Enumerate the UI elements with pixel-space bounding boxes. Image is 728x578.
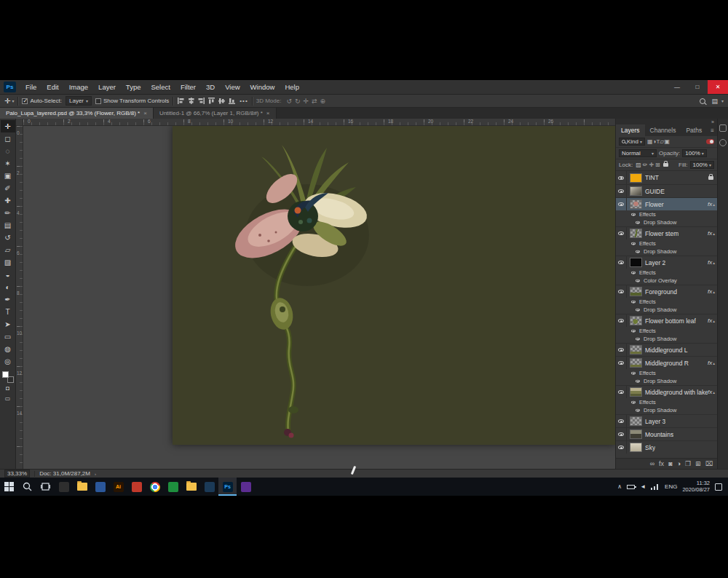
eyedropper-tool[interactable]: ✐ xyxy=(1,182,15,194)
brush-tool[interactable]: ✏ xyxy=(1,207,15,219)
effects-header-row[interactable]: Effects xyxy=(616,398,717,406)
align-left-icon[interactable] xyxy=(177,97,185,105)
task-view-button[interactable] xyxy=(36,478,55,496)
layer-thumbnail[interactable] xyxy=(630,387,642,397)
ruler-origin-corner[interactable] xyxy=(16,119,23,126)
3d-scale-icon[interactable]: ⊕ xyxy=(319,98,328,105)
close-tab-icon[interactable]: × xyxy=(143,110,147,116)
eye-icon[interactable] xyxy=(636,221,640,224)
filter-smart-objects-icon[interactable]: ▣ xyxy=(664,138,670,145)
effects-header-row[interactable]: Effects xyxy=(616,298,717,306)
blur-tool[interactable]: ◒ xyxy=(1,269,15,281)
visibility-toggle[interactable] xyxy=(616,314,627,327)
volume-icon[interactable]: ◄ xyxy=(640,483,646,490)
3d-slide-icon[interactable]: ⇄ xyxy=(310,98,319,105)
clone-stamp-tool[interactable]: ▤ xyxy=(1,219,15,231)
3d-rotate-icon[interactable]: ↺ xyxy=(285,98,293,105)
collapse-panels-icon[interactable]: » xyxy=(711,119,714,124)
effect-row-drop-shadow[interactable]: Drop Shadow xyxy=(616,377,717,385)
photoshop[interactable]: Ps xyxy=(218,478,237,496)
search-button[interactable] xyxy=(18,478,36,496)
eye-icon[interactable] xyxy=(631,272,636,274)
auto-select-target-dropdown[interactable]: Layer ▾ xyxy=(66,96,92,106)
layer-thumbnail[interactable] xyxy=(630,316,642,325)
lock-artboard-icon[interactable]: ⊞ xyxy=(654,162,661,168)
dodge-tool[interactable]: ◐ xyxy=(1,281,15,293)
visibility-toggle[interactable] xyxy=(616,171,627,184)
tab-channels[interactable]: Channels xyxy=(645,124,681,136)
panel-menu-icon[interactable]: ≡ xyxy=(711,124,717,136)
layer-row-middleground-l[interactable]: Middleground L xyxy=(616,343,717,356)
layer-style-icon[interactable]: fx xyxy=(659,460,664,467)
start-button[interactable] xyxy=(0,478,18,496)
fx-badge[interactable]: fx▴ xyxy=(708,360,717,366)
eye-icon[interactable] xyxy=(636,309,640,312)
filter-kind-dropdown[interactable]: Kind ▾ xyxy=(619,138,645,146)
search-icon[interactable] xyxy=(700,98,705,104)
layer-thumbnail[interactable] xyxy=(630,199,642,209)
3d-drag-icon[interactable]: ✛ xyxy=(301,98,310,105)
move-tool[interactable]: ✛ xyxy=(1,120,15,132)
pen-tool[interactable]: ✒ xyxy=(1,293,15,306)
foreground-color-swatch[interactable] xyxy=(2,371,9,378)
language-indicator[interactable]: ENG xyxy=(665,483,677,490)
illustrator[interactable]: Ai xyxy=(109,478,127,496)
layer-row-layer-3[interactable]: Layer 3 xyxy=(616,414,717,427)
layer-mask-icon[interactable]: ◙ xyxy=(668,460,672,467)
document-tab-palo-lupa[interactable]: Palo_Lupa_layered.psd @ 33,3% (Flower, R… xyxy=(0,108,154,119)
layer-row-flower-bottom-leaf[interactable]: Flower bottom leaffx▴ xyxy=(616,314,717,327)
visibility-toggle[interactable] xyxy=(616,441,627,454)
menu-3d[interactable]: 3D xyxy=(201,80,220,94)
menu-image[interactable]: Image xyxy=(64,80,93,94)
layer-thumbnail[interactable] xyxy=(630,416,642,426)
eye-icon[interactable] xyxy=(636,380,640,383)
visibility-toggle[interactable] xyxy=(616,227,627,239)
clock[interactable]: 11:32 2020/08/27 xyxy=(682,480,710,493)
align-bottom-icon[interactable] xyxy=(228,97,236,105)
gradient-tool[interactable]: ▨ xyxy=(1,256,15,269)
eraser-tool[interactable]: ▱ xyxy=(1,244,15,256)
network-icon[interactable] xyxy=(651,484,660,490)
vertical-ruler[interactable]: 02468101214 xyxy=(16,126,23,469)
fx-badge[interactable]: fx▴ xyxy=(708,317,717,324)
menu-file[interactable]: File xyxy=(20,80,41,94)
effects-header-row[interactable]: Effects xyxy=(616,327,717,335)
align-right-icon[interactable] xyxy=(197,97,205,105)
blend-mode-dropdown[interactable]: Normal ▾ xyxy=(619,149,657,157)
more-align-options-button[interactable]: ••• xyxy=(240,98,248,104)
collapsed-panel-icon-2[interactable] xyxy=(719,139,727,146)
layer-thumbnail[interactable] xyxy=(630,287,642,296)
fx-badge[interactable]: fx▴ xyxy=(708,389,717,395)
layer-row-foreground[interactable]: Foregroundfx▴ xyxy=(616,285,717,298)
menu-view[interactable]: View xyxy=(220,80,245,94)
layer-row-flower[interactable]: Flowerfx▴ xyxy=(616,197,717,210)
layer-row-flower-stem[interactable]: Flower stemfx▴ xyxy=(616,226,717,239)
menu-edit[interactable]: Edit xyxy=(41,80,63,94)
layer-thumbnail[interactable] xyxy=(630,173,642,183)
close-tab-icon[interactable]: × xyxy=(266,110,270,116)
visibility-toggle[interactable] xyxy=(616,386,627,398)
menu-window[interactable]: Window xyxy=(245,80,280,94)
eye-icon[interactable] xyxy=(636,250,640,253)
hand-tool[interactable]: ◍ xyxy=(1,343,15,355)
menu-help[interactable]: Help xyxy=(280,80,304,94)
lock-position-icon[interactable]: ✛ xyxy=(648,162,654,168)
effects-header-row[interactable]: Effects xyxy=(616,269,717,277)
menu-type[interactable]: Type xyxy=(121,80,146,94)
layer-thumbnail[interactable] xyxy=(630,345,642,355)
align-middle-icon[interactable] xyxy=(218,97,226,105)
layer-row-tint[interactable]: TINT xyxy=(616,171,717,184)
eye-icon[interactable] xyxy=(631,372,636,375)
layer-row-mountains[interactable]: Mountains xyxy=(616,427,717,440)
pinned-app-3[interactable] xyxy=(127,478,146,496)
effects-header-row[interactable]: Effects xyxy=(616,239,717,248)
layer-group-icon[interactable]: ❐ xyxy=(685,460,691,467)
visibility-toggle[interactable] xyxy=(616,285,627,298)
tab-paths[interactable]: Paths xyxy=(681,124,707,136)
lock-transparency-icon[interactable]: ▨ xyxy=(635,162,642,168)
quick-mask-button[interactable]: ◘ xyxy=(1,383,15,393)
horizontal-ruler[interactable]: 02468101214161820222426 xyxy=(23,119,615,126)
filter-pixel-layers-icon[interactable]: ▦ xyxy=(647,138,653,145)
chevron-right-icon[interactable]: › xyxy=(95,472,96,476)
eye-icon[interactable] xyxy=(631,301,636,304)
